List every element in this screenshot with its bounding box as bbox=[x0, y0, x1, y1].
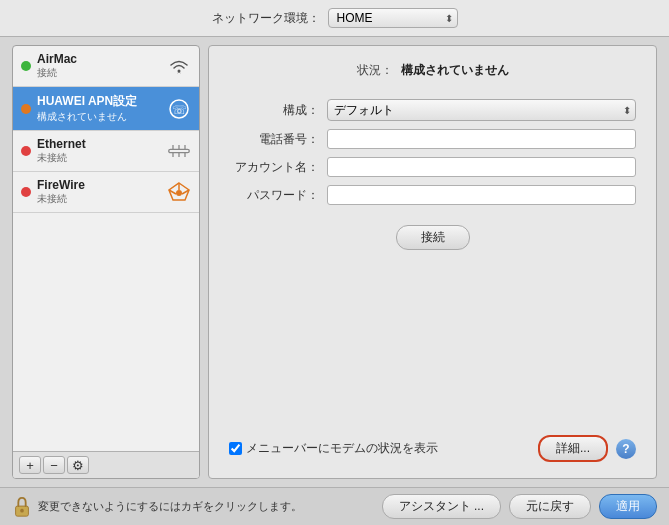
svg-point-16 bbox=[20, 508, 24, 512]
lock-icon bbox=[12, 496, 32, 518]
svg-point-0 bbox=[178, 70, 181, 73]
wifi-icon bbox=[167, 57, 191, 75]
right-panel: 状況： 構成されていません 構成： デフォルト 電話番号： アカウント名： bbox=[208, 45, 657, 479]
firewire-text: FireWire 未接続 bbox=[37, 178, 161, 206]
sidebar-list: AirMac 接続 HUAWEI APN設定 構成されてい bbox=[13, 46, 199, 451]
sidebar-item-airmac[interactable]: AirMac 接続 bbox=[13, 46, 199, 87]
ethernet-text: Ethernet 未接続 bbox=[37, 137, 161, 165]
airmac-text: AirMac 接続 bbox=[37, 52, 161, 80]
network-env-select[interactable]: HOME自動その他... bbox=[328, 8, 458, 28]
connect-button[interactable]: 接続 bbox=[396, 225, 470, 250]
main-content: AirMac 接続 HUAWEI APN設定 構成されてい bbox=[0, 37, 669, 487]
form-section: 構成： デフォルト 電話番号： アカウント名： パスワード： bbox=[229, 99, 636, 205]
add-interface-button[interactable]: + bbox=[19, 456, 41, 474]
config-row: 構成： デフォルト bbox=[229, 99, 636, 121]
airmac-name: AirMac bbox=[37, 52, 161, 66]
lock-text: 変更できないようにするにはカギをクリックします。 bbox=[38, 499, 302, 514]
account-label: アカウント名： bbox=[229, 159, 319, 176]
menubar-checkbox-text: メニューバーにモデムの状況を表示 bbox=[246, 440, 438, 457]
ethernet-name: Ethernet bbox=[37, 137, 161, 151]
airmac-status: 接続 bbox=[37, 66, 161, 80]
apply-button[interactable]: 適用 bbox=[599, 494, 657, 519]
status-value: 構成されていません bbox=[401, 62, 509, 79]
password-label: パスワード： bbox=[229, 187, 319, 204]
status-row: 状況： 構成されていません bbox=[229, 62, 636, 79]
remove-interface-button[interactable]: − bbox=[43, 456, 65, 474]
account-row: アカウント名： bbox=[229, 157, 636, 177]
details-button[interactable]: 詳細... bbox=[538, 435, 608, 462]
revert-button[interactable]: 元に戻す bbox=[509, 494, 591, 519]
top-bar: ネットワーク環境： HOME自動その他... bbox=[0, 0, 669, 37]
assistant-button[interactable]: アシスタント ... bbox=[382, 494, 501, 519]
account-input[interactable] bbox=[327, 157, 636, 177]
config-select[interactable]: デフォルト bbox=[327, 99, 636, 121]
sidebar-item-huawei[interactable]: HUAWEI APN設定 構成されていません ☏ bbox=[13, 87, 199, 131]
menubar-checkbox[interactable] bbox=[229, 442, 242, 455]
huawei-name: HUAWEI APN設定 bbox=[37, 93, 161, 110]
gear-button[interactable]: ⚙ bbox=[67, 456, 89, 474]
app-bottom-bar: 変更できないようにするにはカギをクリックします。 アシスタント ... 元に戻す… bbox=[0, 487, 669, 525]
firewire-status: 未接続 bbox=[37, 192, 161, 206]
network-env-select-wrapper[interactable]: HOME自動その他... bbox=[328, 8, 458, 28]
phone-label: 電話番号： bbox=[229, 131, 319, 148]
spacer bbox=[229, 262, 636, 419]
network-env-label: ネットワーク環境： bbox=[212, 10, 320, 27]
phone-row: 電話番号： bbox=[229, 129, 636, 149]
svg-point-14 bbox=[176, 190, 182, 196]
firewire-name: FireWire bbox=[37, 178, 161, 192]
sidebar-item-firewire[interactable]: FireWire 未接続 bbox=[13, 172, 199, 213]
config-label: 構成： bbox=[229, 102, 319, 119]
firewire-icon bbox=[167, 183, 191, 201]
status-dot-airmac bbox=[21, 61, 31, 71]
huawei-status: 構成されていません bbox=[37, 110, 161, 124]
status-dot-huawei bbox=[21, 104, 31, 114]
sidebar-item-ethernet[interactable]: Ethernet 未接続 bbox=[13, 131, 199, 172]
ethernet-icon bbox=[167, 142, 191, 160]
phone-input[interactable] bbox=[327, 129, 636, 149]
help-button[interactable]: ? bbox=[616, 439, 636, 459]
status-dot-firewire bbox=[21, 187, 31, 197]
sidebar: AirMac 接続 HUAWEI APN設定 構成されてい bbox=[12, 45, 200, 479]
password-row: パスワード： bbox=[229, 185, 636, 205]
sidebar-toolbar: + − ⚙ bbox=[13, 451, 199, 478]
ethernet-status: 未接続 bbox=[37, 151, 161, 165]
bottom-buttons: アシスタント ... 元に戻す 適用 bbox=[382, 494, 657, 519]
lock-area[interactable]: 変更できないようにするにはカギをクリックします。 bbox=[12, 496, 302, 518]
password-input[interactable] bbox=[327, 185, 636, 205]
config-select-wrapper[interactable]: デフォルト bbox=[327, 99, 636, 121]
status-label: 状況： bbox=[357, 62, 393, 79]
huawei-text: HUAWEI APN設定 構成されていません bbox=[37, 93, 161, 124]
status-dot-ethernet bbox=[21, 146, 31, 156]
phone-icon: ☏ bbox=[167, 100, 191, 118]
svg-rect-3 bbox=[169, 149, 190, 152]
panel-bottom-bar: メニューバーにモデムの状況を表示 詳細... ? bbox=[229, 435, 636, 462]
svg-text:☏: ☏ bbox=[172, 103, 187, 117]
connect-btn-row: 接続 bbox=[229, 225, 636, 250]
menubar-checkbox-label[interactable]: メニューバーにモデムの状況を表示 bbox=[229, 440, 438, 457]
